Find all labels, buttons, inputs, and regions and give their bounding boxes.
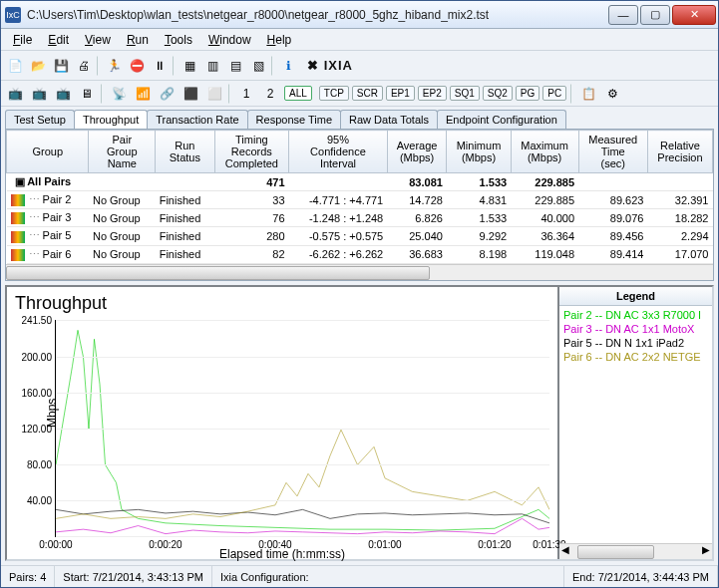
close-button[interactable]: ✕ [672,5,716,25]
endpoint-icon[interactable]: 📺 [5,84,25,104]
legend-item[interactable]: Pair 2 -- DN AC 3x3 R7000 I [563,308,708,322]
column-header[interactable]: 95%ConfidenceInterval [289,131,388,173]
column-header[interactable]: Group [7,131,89,173]
toolbar-main: 📄 📂 💾 🖨 🏃 ⛔ ⏸ ▦ ▥ ▤ ▧ ℹ ✖ IXIA [1,51,718,81]
tab-endpoint-configuration[interactable]: Endpoint Configuration [437,110,566,129]
menu-window[interactable]: Window [200,31,259,49]
tab-response-time[interactable]: Response Time [247,110,341,129]
column-header[interactable]: RunStatus [156,131,214,173]
net-icon[interactable]: 📡 [109,84,129,104]
legend-header: Legend [559,287,712,306]
status-pairs: Pairs: 4 [1,566,55,587]
print-icon[interactable]: 🖨 [74,56,94,76]
menu-run[interactable]: Run [119,31,157,49]
run-icon[interactable]: 🏃 [104,56,124,76]
net-icon[interactable]: ⬜ [204,84,224,104]
tab-transaction-rate[interactable]: Transaction Rate [147,110,247,129]
net-icon[interactable]: 📶 [133,84,153,104]
status-config: Ixia Configuration: [212,566,564,587]
tab-raw-data-totals[interactable]: Raw Data Totals [340,110,438,129]
endpoint-icon[interactable]: 📺 [53,84,73,104]
tab-throughput[interactable]: Throughput [74,110,148,129]
titlebar[interactable]: IxC C:\Users\Tim\Desktop\wlan_tests\netg… [1,1,718,29]
column-header[interactable]: Minimum(Mbps) [447,131,511,173]
column-header[interactable]: Average(Mbps) [387,131,447,173]
menu-edit[interactable]: Edit [40,31,77,49]
export-icon[interactable]: 📋 [578,84,598,104]
tool2-icon[interactable]: ▥ [202,56,222,76]
filter-pc-button[interactable]: PC [542,86,566,101]
legend-item[interactable]: Pair 5 -- DN N 1x1 iPad2 [563,336,708,350]
legend-item[interactable]: Pair 3 -- DN AC 1x1 MotoX [563,322,708,336]
save-icon[interactable]: 💾 [51,56,71,76]
menu-view[interactable]: View [77,31,119,49]
x-tick-label: 0:00:00 [39,539,72,550]
filter-all-button[interactable]: ALL [284,86,312,101]
window-title: C:\Users\Tim\Desktop\wlan_tests\netgear_… [25,8,608,22]
legend-item[interactable]: Pair 6 -- DN AC 2x2 NETGE [563,350,708,364]
tab-test-setup[interactable]: Test Setup [5,110,75,129]
table-row[interactable]: ⋯ Pair 3No GroupFinished76-1.248 : +1.24… [7,209,713,227]
stop-icon[interactable]: ⛔ [127,56,147,76]
endpoint-icon[interactable]: 📺 [29,84,49,104]
separator [570,84,574,104]
table-row[interactable]: ⋯ Pair 6No GroupFinished82-6.262 : +6.26… [7,245,713,263]
table-row[interactable]: ⋯ Pair 2No GroupFinished33-4.771 : +4.77… [7,191,713,209]
column-header[interactable]: Maximum(Mbps) [511,131,578,173]
filter-sq2-button[interactable]: SQ2 [483,86,513,101]
filter-ep1-button[interactable]: EP1 [386,86,415,101]
open-icon[interactable]: 📂 [28,56,48,76]
status-end: End: 7/21/2014, 3:44:43 PM [564,566,718,587]
filter-ep2-button[interactable]: EP2 [418,86,447,101]
filter-sq1-button[interactable]: SQ1 [450,86,480,101]
grid-scrollbar[interactable] [6,264,713,280]
y-tick-label: 241.50 [16,314,52,325]
separator [228,84,232,104]
minimize-button[interactable]: — [608,5,638,25]
chart-series-line [56,518,549,533]
column-header[interactable]: PairGroupName [89,131,156,173]
x-tick-label: 0:01:20 [478,539,511,550]
statusbar: Pairs: 4 Start: 7/21/2014, 3:43:13 PM Ix… [1,565,718,587]
chart-title: Throughput [15,293,551,314]
filter-scr-button[interactable]: SCR [352,86,383,101]
y-tick-label: 40.00 [16,495,52,506]
tool4-icon[interactable]: ▧ [248,56,268,76]
num-icon[interactable]: 2 [260,84,280,104]
x-tick-label: 0:01:00 [368,539,401,550]
results-grid[interactable]: GroupPairGroupNameRunStatusTimingRecords… [6,130,713,264]
column-header[interactable]: MeasuredTime(sec) [578,131,647,173]
menu-file[interactable]: File [5,31,40,49]
summary-row[interactable]: ▣ All Pairs47183.0811.533229.885 [7,173,713,191]
maximize-button[interactable]: ▢ [640,5,670,25]
toolbar-secondary: 📺 📺 📺 🖥 📡 📶 🔗 ⬛ ⬜ 1 2 ALL TCPSCREP1EP2SQ… [1,81,718,107]
config-icon[interactable]: ⚙ [602,84,622,104]
filter-tcp-button[interactable]: TCP [319,86,349,101]
net-icon[interactable]: 🔗 [157,84,177,104]
app-icon: IxC [5,7,21,23]
info-icon[interactable]: ℹ [278,56,298,76]
new-icon[interactable]: 📄 [5,56,25,76]
status-start: Start: 7/21/2014, 3:43:13 PM [55,566,212,587]
chart-panel: Throughput Mbps 40.0080.00120.00160.0020… [7,287,557,559]
endpoint-icon[interactable]: 🖥 [77,84,97,104]
x-axis-label: Elapsed time (h:mm:ss) [219,547,345,561]
menu-tools[interactable]: Tools [157,31,200,49]
tool3-icon[interactable]: ▤ [225,56,245,76]
filter-pg-button[interactable]: PG [516,86,539,101]
chart-plot[interactable]: Mbps 40.0080.00120.00160.00200.00241.500… [55,320,549,537]
menu-help[interactable]: Help [259,31,300,49]
separator [101,84,105,104]
column-header[interactable]: RelativePrecision [647,131,712,173]
y-tick-label: 80.00 [16,459,52,470]
pause-icon[interactable]: ⏸ [150,56,170,76]
tool1-icon[interactable]: ▦ [180,56,199,76]
table-row[interactable]: ⋯ Pair 5No GroupFinished280-0.575 : +0.5… [7,227,713,245]
num-icon[interactable]: 1 [236,84,256,104]
column-header[interactable]: TimingRecordsCompleted [214,131,289,173]
net-icon[interactable]: ⬛ [180,84,200,104]
results-grid-wrap: GroupPairGroupNameRunStatusTimingRecords… [5,129,714,281]
y-tick-label: 160.00 [16,388,52,399]
legend-scrollbar[interactable]: ◀ ▶ [559,543,712,559]
y-tick-label: 120.00 [16,424,52,435]
